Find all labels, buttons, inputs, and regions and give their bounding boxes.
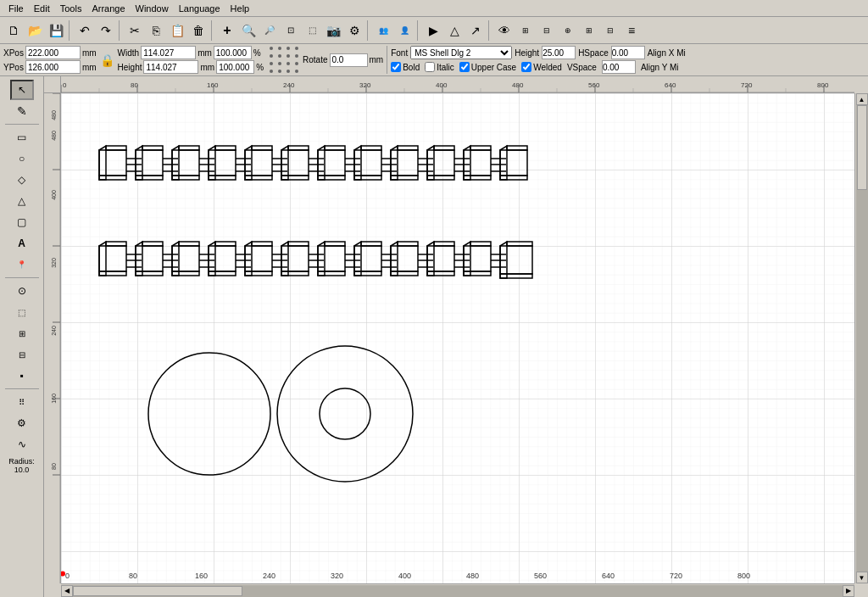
square2-tool[interactable]: ▪ [10,365,34,386]
vscroll-down-button[interactable]: ▼ [856,572,868,583]
select2-tool[interactable]: ⬚ [10,302,34,322]
settings-button[interactable]: ⚙ [344,20,364,41]
curve-tool[interactable]: ∿ [10,434,34,455]
drawing-canvas[interactable]: 0 80 160 240 320 400 480 560 640 720 800 [61,93,854,583]
diamond-tool[interactable]: ◇ [10,170,34,190]
zoom-in-button[interactable]: 🔍 [238,20,259,41]
horizontal-scrollbar[interactable]: ◀ ▶ [61,583,854,597]
repeat2-tool[interactable]: ⊟ [10,344,34,365]
repeat1-tool[interactable]: ⊞ [10,323,34,343]
hspace-input[interactable] [611,46,645,59]
new-button[interactable]: 🗋 [3,20,24,41]
text-tool[interactable]: A [10,233,34,254]
hscroll-left-button[interactable]: ◀ [61,585,73,597]
align4-button[interactable]: ⊟ [600,20,620,41]
gear-tool[interactable]: ⚙ [10,413,34,433]
menu-tools[interactable]: Tools [55,3,87,14]
more-button[interactable]: ≡ [621,20,642,41]
paste-button[interactable]: 📋 [167,20,187,41]
svg-point-7 [295,54,298,58]
svg-point-4 [270,54,273,58]
canvas-area[interactable]: 0 80 160 240 320 400 480 560 640 720 [44,76,868,597]
menu-edit[interactable]: Edit [29,3,55,14]
hscroll-right-button[interactable]: ▶ [843,585,854,597]
group2-button[interactable]: 👤 [394,20,415,41]
menu-language[interactable]: Language [174,3,225,14]
svg-point-1 [278,47,281,50]
bold-checkbox-item[interactable]: Bold [391,62,420,72]
open-button[interactable]: 📂 [25,20,45,41]
svg-point-0 [270,47,273,50]
rect2-tool[interactable]: ▢ [10,212,34,232]
bold-checkbox[interactable] [391,62,401,72]
camera-button[interactable]: 📷 [323,20,343,41]
vspace-input[interactable] [602,60,636,74]
save-button[interactable]: 💾 [46,20,66,41]
sep1 [69,20,72,41]
vscroll-up-button[interactable]: ▲ [856,93,868,105]
align2-button[interactable]: ⊟ [537,20,557,41]
align1-button[interactable]: ⊞ [515,20,536,41]
svg-text:240: 240 [283,81,295,89]
xpos-label: XPos [3,48,24,58]
menubar: File Edit Tools Arrange Window Language … [0,0,868,17]
rotate-input[interactable] [330,53,368,67]
e-shapes-row2 [99,242,532,278]
redo-button[interactable]: ↷ [96,20,116,41]
eye-button[interactable]: 👁 [494,20,515,41]
zoom-fit-button[interactable]: ⊡ [281,20,301,41]
toolbox-sep1 [5,124,39,125]
menu-arrange[interactable]: Arrange [86,3,130,14]
group1-button[interactable]: 👥 [373,20,393,41]
plus-button[interactable]: + [217,20,237,41]
svg-text:560: 560 [588,81,600,89]
font-label: Font [391,48,408,58]
upper-case-checkbox-item[interactable]: Upper Case [459,62,516,72]
vspace-label: VSpace [567,63,597,72]
height-label: Height [118,63,142,72]
ypos-input[interactable] [25,60,81,74]
width-label: Width [118,48,140,58]
italic-checkbox[interactable] [425,62,435,72]
font-height-input[interactable] [542,46,576,59]
italic-checkbox-item[interactable]: Italic [425,62,454,72]
circle-tool[interactable]: ○ [10,148,34,169]
menu-help[interactable]: Help [225,3,255,14]
font-select[interactable]: MS Shell Dlg 2 [410,46,512,59]
circle2-tool[interactable]: ⊙ [10,281,34,301]
arrow1-button[interactable]: △ [444,20,465,41]
large-circle [148,353,270,475]
grid2-tool[interactable]: ⠿ [10,392,34,412]
cut-button[interactable]: ✂ [125,20,145,41]
delete-button[interactable]: 🗑 [188,20,209,41]
rectangle-tool[interactable]: ▭ [10,127,34,148]
align3-button[interactable]: ⊞ [579,20,599,41]
copy-button[interactable]: ⎘ [146,20,166,41]
menu-file[interactable]: File [3,3,29,14]
zoom-out-button[interactable]: 🔎 [259,20,280,41]
node-edit-tool[interactable]: ✎ [10,101,34,121]
xpos-input[interactable] [25,46,81,59]
triangle-tool[interactable]: △ [10,191,34,211]
pin-tool[interactable]: 📍 [10,254,34,275]
select-tool[interactable]: ↖ [10,80,34,100]
upper-case-checkbox[interactable] [459,62,470,72]
vertical-scrollbar[interactable]: ▲ ▼ [854,93,868,583]
arrow2-button[interactable]: ↗ [465,20,486,41]
menu-window[interactable]: Window [131,3,174,14]
welded-checkbox-item[interactable]: Welded [521,62,562,72]
welded-checkbox[interactable] [521,62,531,72]
sep6 [488,20,492,41]
svg-text:400: 400 [51,190,57,200]
height-input[interactable] [143,60,198,74]
play-button[interactable]: ▶ [423,20,443,41]
width-input[interactable] [141,46,196,59]
weld-button[interactable]: ⊕ [558,20,578,41]
upper-case-label: Upper Case [471,63,516,72]
svg-point-14 [287,70,290,73]
pct-w-input[interactable] [214,46,252,59]
pct-h-input[interactable] [216,60,254,74]
undo-button[interactable]: ↶ [75,20,95,41]
lock-icon[interactable]: 🔒 [100,53,114,67]
select-rect-button[interactable]: ⬚ [302,20,322,41]
